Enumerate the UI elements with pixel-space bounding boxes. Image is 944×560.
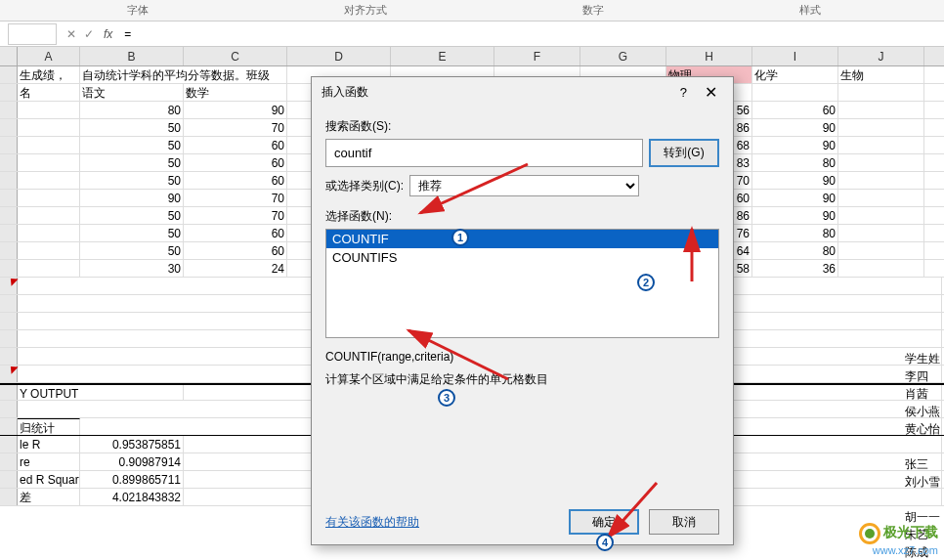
goto-button[interactable]: 转到(G) bbox=[649, 139, 719, 167]
formula-input[interactable]: = bbox=[120, 27, 944, 41]
ok-button[interactable]: 确定 bbox=[569, 509, 639, 535]
function-list[interactable]: COUNTIF COUNTIFS bbox=[325, 229, 719, 338]
col-header[interactable]: D bbox=[287, 47, 391, 65]
col-header[interactable]: J bbox=[838, 47, 924, 65]
function-list-item[interactable]: COUNTIF bbox=[326, 230, 718, 248]
dialog-title: 插入函数 bbox=[322, 84, 680, 101]
accept-icon[interactable]: ✓ bbox=[84, 27, 94, 41]
cancel-icon[interactable]: ✕ bbox=[66, 27, 76, 41]
col-header[interactable]: H bbox=[666, 47, 752, 65]
ribbon-section-labels: 字体 对齐方式 数字 样式 bbox=[0, 0, 944, 22]
search-input[interactable] bbox=[325, 139, 643, 167]
cancel-button[interactable]: 取消 bbox=[649, 509, 719, 535]
annotation-badge-1: 1 bbox=[451, 229, 469, 246]
name-box[interactable] bbox=[8, 23, 57, 45]
fx-icon[interactable]: fx bbox=[104, 27, 112, 41]
col-header[interactable]: G bbox=[580, 47, 666, 65]
column-headers: A B C D E F G H I J bbox=[0, 47, 944, 66]
watermark: 极光下载 www.xz7.com bbox=[859, 523, 938, 556]
col-header[interactable]: E bbox=[391, 47, 494, 65]
category-label: 或选择类别(C): bbox=[325, 178, 404, 194]
select-function-label: 选择函数(N): bbox=[325, 208, 719, 225]
select-all-corner[interactable] bbox=[0, 47, 18, 65]
insert-function-dialog: 插入函数 ? ✕ 搜索函数(S): 转到(G) 或选择类别(C): 推荐 选择函… bbox=[311, 76, 734, 545]
col-header[interactable]: B bbox=[80, 47, 184, 65]
annotation-badge-3: 3 bbox=[438, 389, 455, 407]
search-label: 搜索函数(S): bbox=[325, 118, 719, 135]
col-header[interactable]: C bbox=[184, 47, 287, 65]
close-icon[interactable]: ✕ bbox=[699, 83, 723, 102]
annotation-badge-2: 2 bbox=[637, 274, 655, 291]
watermark-logo-icon bbox=[859, 523, 880, 544]
category-select[interactable]: 推荐 bbox=[409, 175, 639, 196]
function-description: COUNTIF(range,criteria) 计算某个区域中满足给定条件的单元… bbox=[325, 348, 719, 389]
help-link[interactable]: 有关该函数的帮助 bbox=[325, 514, 559, 531]
dialog-titlebar[interactable]: 插入函数 ? ✕ bbox=[312, 77, 733, 107]
col-header[interactable]: I bbox=[752, 47, 838, 65]
annotation-badge-4: 4 bbox=[596, 534, 614, 551]
dialog-help-button[interactable]: ? bbox=[680, 85, 687, 100]
function-list-item[interactable]: COUNTIFS bbox=[326, 248, 718, 267]
formula-bar: ✕ ✓ fx = bbox=[0, 22, 944, 47]
col-header[interactable]: A bbox=[18, 47, 80, 65]
col-header[interactable]: F bbox=[494, 47, 580, 65]
